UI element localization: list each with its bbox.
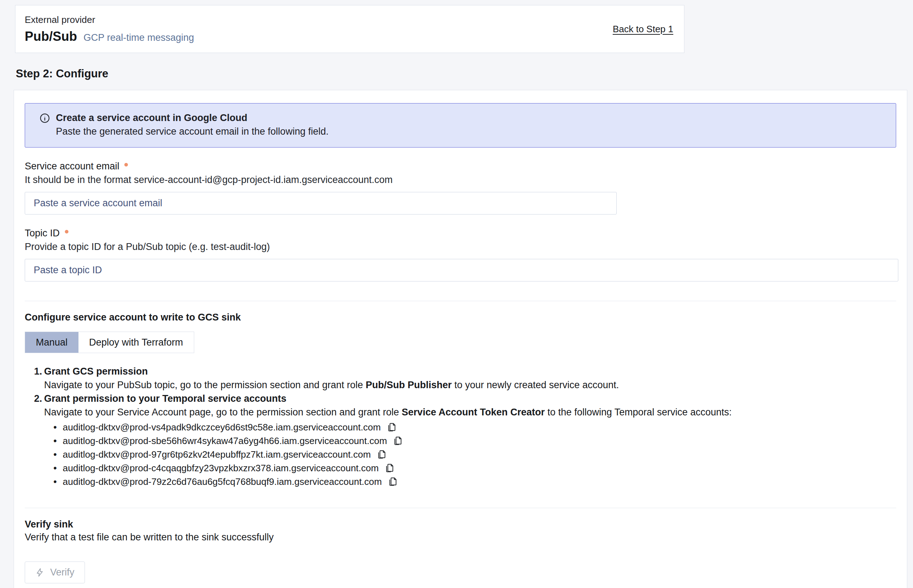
copy-icon[interactable] <box>392 435 403 447</box>
required-indicator <box>65 230 68 233</box>
service-account-email-helper: It should be in the format service-accou… <box>25 173 896 186</box>
copy-icon[interactable] <box>384 462 395 474</box>
step-1-body: Navigate to your PubSub topic, go to the… <box>44 378 896 392</box>
list-item: • auditlog-dktxv@prod-79z2c6d76au6g5fcq7… <box>53 475 896 488</box>
service-account-email: auditlog-dktxv@prod-97gr6tp6zkv2t4epubff… <box>63 447 371 461</box>
info-banner-description: Paste the generated service account emai… <box>56 125 329 138</box>
copy-icon[interactable] <box>387 476 398 487</box>
temporal-service-account-list: • auditlog-dktxv@prod-vs4padk9dkczcey6d6… <box>53 420 896 488</box>
step-number: 1. <box>34 365 44 378</box>
provider-eyebrow: External provider <box>25 15 194 26</box>
step-1-title: Grant GCS permission <box>44 365 148 378</box>
service-account-email: auditlog-dktxv@prod-79z2c6d76au6g5fcq768… <box>63 475 382 488</box>
step-1-body-prefix: Navigate to your PubSub topic, go to the… <box>44 380 366 390</box>
list-item: • auditlog-dktxv@prod-97gr6tp6zkv2t4epub… <box>53 447 896 461</box>
step-1-role: Pub/Sub Publisher <box>366 380 452 390</box>
topic-id-input[interactable] <box>25 259 898 281</box>
section-divider <box>25 508 896 508</box>
verify-sink-title: Verify sink <box>25 519 896 530</box>
section-divider <box>25 301 896 301</box>
topic-id-field-block: Topic ID Provide a topic ID for a Pub/Su… <box>25 227 896 281</box>
service-account-email: auditlog-dktxv@prod-vs4padk9dkczcey6d6st… <box>63 420 381 434</box>
list-item: • auditlog-dktxv@prod-vs4padk9dkczcey6d6… <box>53 420 896 434</box>
required-indicator <box>124 163 128 166</box>
copy-icon[interactable] <box>376 449 387 460</box>
step-number: 2. <box>34 392 44 405</box>
step-2-body: Navigate to your Service Account page, g… <box>44 405 896 419</box>
verify-button[interactable]: Verify <box>25 562 85 583</box>
list-item: • auditlog-dktxv@prod-sbe56h6wr4sykaw47a… <box>53 434 896 447</box>
external-provider-card: External provider Pub/Sub GCP real-time … <box>15 5 685 53</box>
tab-deploy-with-terraform[interactable]: Deploy with Terraform <box>78 332 194 353</box>
list-item: • auditlog-dktxv@prod-c4cqaqgbfzy23vpzkb… <box>53 461 896 475</box>
step-2-body-prefix: Navigate to your Service Account page, g… <box>44 407 401 418</box>
provider-name: Pub/Sub <box>25 29 77 44</box>
page-title: Step 2: Configure <box>16 67 913 80</box>
service-account-email: auditlog-dktxv@prod-c4cqaqgbfzy23vpzkbxz… <box>63 461 379 475</box>
bullet: • <box>53 461 63 475</box>
configure-tabs: Manual Deploy with Terraform <box>25 331 194 353</box>
provider-info: External provider Pub/Sub GCP real-time … <box>25 15 194 44</box>
bullet: • <box>53 447 63 461</box>
info-banner: Create a service account in Google Cloud… <box>25 103 896 147</box>
service-account-email-label: Service account email <box>25 160 119 173</box>
bullet: • <box>53 420 63 434</box>
manual-steps: 1. Grant GCS permission Navigate to your… <box>34 365 896 488</box>
lightning-icon <box>35 568 45 577</box>
bullet: • <box>53 475 63 488</box>
bullet: • <box>53 434 63 447</box>
service-account-email-field-block: Service account email It should be in th… <box>25 160 896 215</box>
verify-button-label: Verify <box>50 567 74 578</box>
topic-id-label: Topic ID <box>25 227 60 239</box>
copy-icon[interactable] <box>386 422 397 433</box>
service-account-email-input[interactable] <box>25 192 617 215</box>
configure-step-card: Create a service account in Google Cloud… <box>14 90 907 588</box>
step-2-title: Grant permission to your Temporal servic… <box>44 392 286 405</box>
info-icon <box>39 113 50 124</box>
configure-section-title: Configure service account to write to GC… <box>25 312 896 323</box>
topic-id-helper: Provide a topic ID for a Pub/Sub topic (… <box>25 240 896 253</box>
service-account-email: auditlog-dktxv@prod-sbe56h6wr4sykaw47a6y… <box>63 434 387 447</box>
verify-sink-helper: Verify that a test file can be written t… <box>25 531 896 544</box>
info-banner-title: Create a service account in Google Cloud <box>56 111 329 124</box>
back-to-step-1-link[interactable]: Back to Step 1 <box>613 24 673 35</box>
step-2-role: Service Account Token Creator <box>401 407 545 418</box>
tab-manual[interactable]: Manual <box>25 332 78 353</box>
step-2-body-suffix: to the following Temporal service accoun… <box>545 407 732 418</box>
step-1-body-suffix: to your newly created service account. <box>452 380 619 390</box>
provider-subtitle: GCP real-time messaging <box>84 32 194 43</box>
